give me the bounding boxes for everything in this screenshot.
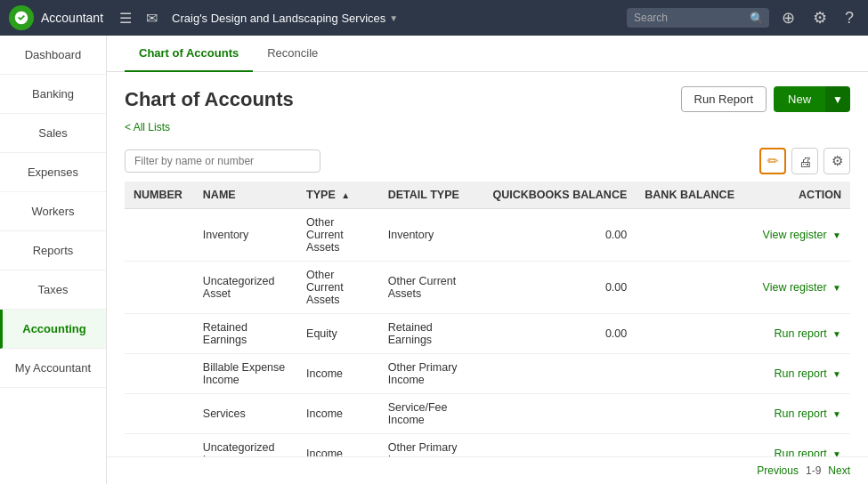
col-header-action: ACTION [743, 182, 850, 209]
action-caret-icon[interactable]: ▼ [832, 283, 841, 293]
sidebar-item-expenses[interactable]: Expenses [0, 153, 106, 192]
cell-qb-balance [484, 434, 637, 457]
mail-icon[interactable]: ✉ [142, 6, 161, 30]
cell-action: View register ▼ [743, 262, 850, 314]
tab-bar: Chart of AccountsReconcile [107, 36, 868, 72]
cell-type: Other Current Assets [297, 262, 379, 314]
col-header-qb-balance: QUICKBOOKS BALANCE [484, 182, 637, 209]
toolbar-icons: ✏ 🖨 ⚙ [759, 148, 850, 174]
page-title: Chart of Accounts [125, 88, 294, 111]
col-header-number: NUMBER [125, 182, 194, 209]
cell-action: Run report ▼ [743, 394, 850, 434]
cell-detail-type: Other Current Assets [379, 262, 484, 314]
cell-action: Run report ▼ [743, 434, 850, 457]
settings-columns-icon-button[interactable]: ⚙ [823, 148, 850, 174]
action-link[interactable]: Run report [775, 367, 827, 380]
table-row: Uncategorized Asset Other Current Assets… [125, 262, 850, 314]
type-sort-icon: ▲ [341, 190, 350, 200]
cell-qb-balance [484, 394, 637, 434]
action-link[interactable]: View register [763, 229, 827, 241]
cell-type: Other Current Assets [297, 209, 379, 262]
cell-action: Run report ▼ [743, 314, 850, 354]
sidebar-item-banking[interactable]: Banking [0, 75, 106, 114]
hamburger-icon[interactable]: ☰ [116, 6, 135, 30]
search-icon: 🔍 [750, 12, 764, 25]
cell-qb-balance: 0.00 [484, 314, 637, 354]
cell-type: Income [297, 434, 379, 457]
main-layout: DashboardBankingSalesExpensesWorkersRepo… [0, 36, 868, 484]
print-icon-button[interactable]: 🖨 [791, 148, 818, 174]
sidebar-item-sales[interactable]: Sales [0, 114, 106, 153]
new-button-group: New ▼ [774, 86, 850, 112]
accounts-table-wrap: NUMBER NAME TYPE ▲ DETAIL TYPE QUICKBOOK… [107, 182, 868, 456]
cell-name: Uncategorized Income [194, 434, 297, 457]
cell-detail-type: Service/Fee Income [379, 394, 484, 434]
company-caret-icon: ▼ [389, 13, 398, 23]
action-caret-icon[interactable]: ▼ [832, 369, 841, 379]
table-row: Services Income Service/Fee Income Run r… [125, 394, 850, 434]
col-header-name: NAME [194, 182, 297, 209]
cell-action: Run report ▼ [743, 354, 850, 394]
header-actions: Run Report New ▼ [681, 86, 850, 112]
search-input[interactable] [627, 8, 769, 28]
col-header-bank-balance: BANK BALANCE [636, 182, 743, 209]
table-row: Uncategorized Income Income Other Primar… [125, 434, 850, 457]
action-caret-icon[interactable]: ▼ [832, 230, 841, 240]
help-icon-button[interactable]: ? [840, 5, 859, 31]
table-row: Retained Earnings Equity Retained Earnin… [125, 314, 850, 354]
cell-bank-balance [636, 434, 743, 457]
tab-chart-of-accounts[interactable]: Chart of Accounts [125, 36, 253, 72]
action-link[interactable]: Run report [775, 327, 827, 340]
action-caret-icon[interactable]: ▼ [832, 449, 841, 456]
app-name: Accountant [41, 11, 103, 25]
cell-bank-balance [636, 314, 743, 354]
cell-type: Income [297, 394, 379, 434]
cell-detail-type: Other Primary Income [379, 354, 484, 394]
company-name: Craig's Design and Landscaping Services [172, 12, 385, 25]
cell-number [125, 209, 194, 262]
sidebar-item-my-accountant[interactable]: My Accountant [0, 349, 106, 388]
settings-icon-button[interactable]: ⚙ [807, 4, 832, 31]
action-link[interactable]: View register [763, 281, 827, 294]
tab-reconcile[interactable]: Reconcile [253, 36, 332, 72]
new-button[interactable]: New [774, 86, 825, 112]
sidebar-item-dashboard[interactable]: Dashboard [0, 36, 106, 75]
cell-qb-balance [484, 354, 637, 394]
cell-number [125, 434, 194, 457]
action-link[interactable]: Run report [775, 407, 827, 420]
table-row: Billable Expense Income Income Other Pri… [125, 354, 850, 394]
cell-qb-balance: 0.00 [484, 262, 637, 314]
filter-input[interactable] [125, 149, 320, 173]
accounts-table: NUMBER NAME TYPE ▲ DETAIL TYPE QUICKBOOK… [125, 182, 850, 456]
sidebar-item-workers[interactable]: Workers [0, 192, 106, 231]
pagination: Previous 1-9 Next [107, 456, 868, 484]
cell-name: Billable Expense Income [194, 354, 297, 394]
company-selector[interactable]: Craig's Design and Landscaping Services … [172, 12, 398, 25]
add-icon-button[interactable]: ⊕ [776, 4, 800, 31]
pagination-previous[interactable]: Previous [757, 464, 799, 477]
action-link[interactable]: Run report [775, 448, 827, 456]
cell-bank-balance [636, 262, 743, 314]
pagination-next[interactable]: Next [828, 464, 850, 477]
page-header: Chart of Accounts Run Report New ▼ [107, 72, 868, 119]
edit-columns-icon-button[interactable]: ✏ [759, 148, 786, 174]
col-header-type[interactable]: TYPE ▲ [297, 182, 379, 209]
sidebar-item-taxes[interactable]: Taxes [0, 270, 106, 310]
cell-type: Equity [297, 314, 379, 354]
run-report-button[interactable]: Run Report [681, 86, 767, 112]
cell-detail-type: Inventory [379, 209, 484, 262]
cell-type: Income [297, 354, 379, 394]
cell-number [125, 314, 194, 354]
cell-name: Inventory [194, 209, 297, 262]
search-wrap: 🔍 [627, 8, 769, 28]
sidebar-item-accounting[interactable]: Accounting [0, 310, 106, 349]
cell-detail-type: Retained Earnings [379, 314, 484, 354]
sidebar-item-reports[interactable]: Reports [0, 231, 106, 270]
all-lists-link[interactable]: < All Lists [107, 119, 868, 141]
action-caret-icon[interactable]: ▼ [832, 329, 841, 339]
new-button-caret[interactable]: ▼ [825, 86, 850, 112]
table-row: Inventory Other Current Assets Inventory… [125, 209, 850, 262]
cell-name: Uncategorized Asset [194, 262, 297, 314]
cell-bank-balance [636, 354, 743, 394]
action-caret-icon[interactable]: ▼ [832, 409, 841, 419]
